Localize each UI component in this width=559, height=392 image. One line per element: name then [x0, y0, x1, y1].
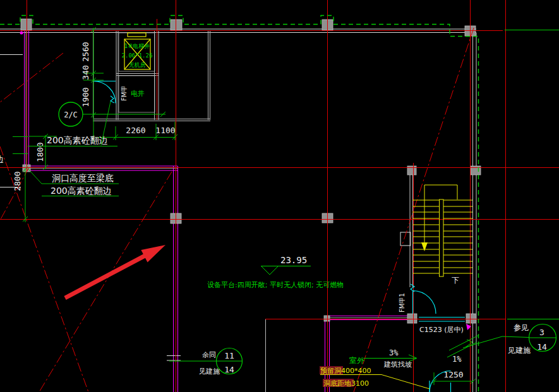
elevator-size-label: 2.06*1.26 — [122, 52, 153, 59]
slope-1pct-label: 1% — [452, 355, 462, 364]
elevation-value: 23.95 — [280, 255, 307, 265]
elevation-marker: 23.95 — [261, 255, 311, 275]
walls — [0, 29, 476, 392]
slope-1pct: 1% — [447, 335, 479, 364]
floor-plan-canvas: 1#电梯井 2.06*1.26 无机房 电井 FM甲 下 FM甲1 — [0, 0, 559, 392]
dim-2800: 2800 — [13, 171, 22, 191]
wall-magenta-marker — [20, 32, 23, 35]
door-fm-jia-label: FM甲 — [121, 86, 128, 101]
ref-bottom-above: 余同 — [202, 351, 216, 359]
ref-bottom-below: 见建施 — [199, 367, 220, 376]
ref-bottom-num: 11 — [224, 351, 234, 360]
diagonal-reference-lines — [0, 28, 474, 392]
dim-1250: 1250 — [443, 370, 463, 379]
elevator-name-label: 1#电梯井 — [124, 43, 150, 49]
axis-bubble-2c: 2/C — [59, 102, 165, 126]
platform-note: 设备平台:四周开敞; 平时无人锁闭; 无可燃物 — [207, 281, 344, 289]
door-fm-jia — [93, 81, 116, 104]
window-c1523-label: C1523 (居中) — [419, 326, 464, 334]
dimension-texts: 2560 340 1900 1800 2800 2260 1100 1250 — [13, 42, 464, 379]
electric-well-label: 电井 — [131, 90, 145, 98]
slope-3pct: 3% 建筑找坡 — [363, 348, 417, 369]
dim-2560: 2560 — [81, 42, 90, 61]
ref-right-below: 见建施 — [508, 346, 531, 355]
opening-note-line2: 200高素砼翻边 — [51, 186, 112, 196]
note-opening: 洞口高度至梁底 200高素砼翻边 — [28, 169, 119, 196]
slope-3pct-label: 3% — [389, 348, 399, 357]
opening-note-line1: 洞口高度至梁底 — [52, 173, 114, 183]
reserve-hole-text: 预留洞400*400 — [320, 367, 371, 375]
slope-note-label: 建筑找坡 — [383, 360, 412, 369]
stair-down-label: 下 — [452, 276, 459, 285]
ref-bottom-den: 14 — [224, 365, 234, 374]
stair-direction-arrow — [421, 242, 428, 251]
axis-grid-green-extensions — [505, 30, 559, 319]
stair — [412, 185, 472, 276]
red-marker-arrow — [64, 245, 165, 300]
structural-columns — [21, 19, 481, 323]
ref-right-num: 3 — [539, 328, 544, 337]
dim-1900: 1900 — [81, 87, 90, 107]
cad-drawing-viewport[interactable]: 1#电梯井 2.06*1.26 无机房 电井 FM甲 下 FM甲1 — [0, 0, 559, 392]
door-fm-jia1-label: FM甲1 — [399, 293, 406, 312]
dim-2260: 2260 — [126, 126, 145, 135]
dimension-lines — [13, 27, 476, 385]
fire-boundary-dashed-line — [0, 16, 479, 392]
ref-bubble-right: 参见 3 14 见建施 — [463, 323, 556, 355]
dim-1100: 1100 — [155, 126, 175, 135]
note-reserve-hole: 预留洞400*400 洞底距地3100 — [320, 366, 430, 389]
elevator-mrl-label: 无机房 — [129, 62, 146, 68]
ref-bubble-bottom: 余同 11 14 见建施 — [169, 348, 243, 376]
dim-340: 340 — [81, 65, 90, 80]
outdoor-label: 室外 — [349, 356, 365, 365]
axis-bubble-label: 2/C — [64, 110, 78, 119]
note-flange-top: 200高素砼翻边 — [28, 102, 117, 146]
clipped-left-text: 边 — [0, 155, 4, 164]
hole-bottom-text: 洞底距地3100 — [323, 379, 369, 388]
ref-right-above: 参见 — [514, 323, 529, 332]
door-fm-jia1 — [411, 284, 436, 314]
ref-right-den: 14 — [537, 342, 547, 352]
dim-1800: 1800 — [35, 142, 45, 162]
flange-top-text: 200高素砼翻边 — [47, 135, 108, 145]
elevator-labels: 1#电梯井 2.06*1.26 无机房 — [122, 43, 153, 68]
